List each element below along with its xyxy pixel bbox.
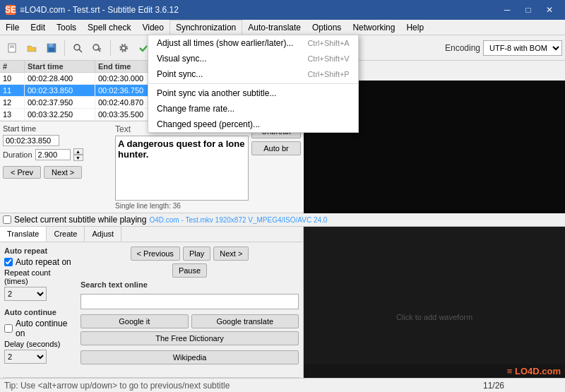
row-start: 00:02:37.950 bbox=[25, 97, 95, 108]
search-replace-button[interactable] bbox=[88, 39, 107, 57]
menu-networking[interactable]: Networking bbox=[347, 20, 400, 35]
next-button[interactable]: Next > bbox=[213, 247, 249, 261]
next-button[interactable]: Next > bbox=[44, 166, 82, 179]
pause-button[interactable]: Pause bbox=[172, 263, 207, 278]
toolbar-sep-1 bbox=[64, 40, 65, 56]
encoding-select[interactable]: UTF-8 with BOM bbox=[483, 40, 562, 56]
sync-adjust-all[interactable]: Adjust all times (show earlier/later)...… bbox=[148, 35, 358, 51]
bottom-left-col: Auto repeat Auto repeat on Repeat count … bbox=[4, 247, 75, 367]
menu-edit[interactable]: Edit bbox=[25, 20, 51, 35]
repeat-count-label: Repeat count (times) bbox=[4, 268, 75, 285]
svg-point-6 bbox=[74, 44, 80, 50]
auto-repeat-checkbox-label: Auto repeat on bbox=[16, 257, 71, 267]
auto-continue-checkbox-label: Auto continue on bbox=[16, 319, 75, 338]
search-online-input[interactable] bbox=[81, 294, 299, 309]
previous-button[interactable]: < Previous bbox=[131, 247, 180, 261]
prev-button[interactable]: < Prev bbox=[3, 166, 41, 179]
title-bar-left: SE ≡LO4D.com - Test.srt - Subtitle Edit … bbox=[6, 5, 179, 15]
save-icon bbox=[46, 42, 57, 54]
close-button[interactable]: ✕ bbox=[540, 3, 559, 17]
sync-change-frame-label: Change frame rate... bbox=[157, 104, 234, 114]
bottom-tabs: Translate Create Adjust bbox=[0, 227, 303, 242]
google-it-button[interactable]: Google it bbox=[81, 314, 189, 328]
sync-adjust-all-label: Adjust all times (show earlier/later)... bbox=[157, 38, 293, 48]
start-time-row: Start time bbox=[3, 124, 112, 133]
lo4d-watermark: ≡ LO4D.com bbox=[507, 366, 561, 376]
pause-row: Pause bbox=[81, 263, 299, 278]
window-controls: ─ □ ✕ bbox=[497, 3, 559, 17]
new-button[interactable] bbox=[3, 39, 21, 57]
bottom-right-col: < Previous Play Next > Pause Search text… bbox=[81, 247, 299, 367]
duration-input[interactable] bbox=[35, 149, 71, 160]
sync-changed-speed[interactable]: Changed speed (percent)... bbox=[148, 117, 358, 132]
play-button[interactable]: Play bbox=[183, 247, 210, 261]
menu-video[interactable]: Video bbox=[136, 20, 169, 35]
settings-button[interactable] bbox=[114, 39, 133, 57]
watermark-bar: ≡ LO4D.com bbox=[304, 364, 565, 378]
video-counter: 11/26 bbox=[483, 381, 504, 391]
sync-point-via[interactable]: Point sync via another subtitle... bbox=[148, 85, 358, 101]
save-button[interactable] bbox=[42, 39, 61, 57]
row-num: 13 bbox=[0, 109, 25, 120]
svg-point-10 bbox=[121, 46, 126, 50]
maximize-button[interactable]: □ bbox=[518, 3, 538, 17]
tab-translate[interactable]: Translate bbox=[0, 227, 47, 242]
start-time-input[interactable] bbox=[3, 135, 59, 146]
repeat-count-select[interactable]: 2 1 3 bbox=[4, 287, 47, 301]
start-time-label: Start time bbox=[3, 124, 36, 133]
spinner-down[interactable]: ▼ bbox=[73, 155, 83, 161]
search-replace-icon bbox=[92, 42, 103, 54]
duration-spinner: ▲ ▼ bbox=[73, 148, 83, 161]
edit-area: Start time Duration ▲ ▼ < Prev Next > bbox=[0, 121, 304, 213]
sync-point-label: Point sync... bbox=[157, 69, 203, 79]
menu-help[interactable]: Help bbox=[400, 20, 429, 35]
start-time-input-row bbox=[3, 135, 112, 146]
auto-br-button[interactable]: Auto br bbox=[251, 141, 301, 155]
menu-tools[interactable]: Tools bbox=[51, 20, 82, 35]
waveform-placeholder: Click to add waveform bbox=[396, 313, 472, 321]
tab-create[interactable]: Create bbox=[47, 227, 85, 242]
search-buttons: Google it Google translate bbox=[81, 314, 299, 328]
auto-repeat-checkbox[interactable] bbox=[4, 258, 13, 266]
svg-point-8 bbox=[93, 44, 99, 50]
subtitle-text-input[interactable]: A dangerous quest for a lone hunter. bbox=[115, 136, 249, 201]
menu-file[interactable]: File bbox=[0, 20, 25, 35]
auto-continue-checkbox[interactable] bbox=[4, 324, 13, 333]
menu-options[interactable]: Options bbox=[307, 20, 347, 35]
wikipedia-button[interactable]: Wikipedia bbox=[81, 350, 299, 364]
auto-continue-label: Auto continue bbox=[4, 308, 75, 316]
sync-point[interactable]: Point sync... Ctrl+Shift+P bbox=[148, 66, 358, 82]
edit-timing: Start time Duration ▲ ▼ < Prev Next > bbox=[3, 124, 112, 210]
subtitle-select-checkbox[interactable] bbox=[3, 215, 11, 224]
delay-select[interactable]: 2 1 3 bbox=[4, 350, 47, 364]
menu-synchronization[interactable]: Synchronization bbox=[170, 20, 242, 35]
sync-point-via-label: Point sync via another subtitle... bbox=[157, 88, 276, 98]
free-dictionary-button[interactable]: The Free Dictionary bbox=[81, 331, 299, 345]
search-online-label: Search text online bbox=[81, 280, 299, 289]
sync-changed-speed-label: Changed speed (percent)... bbox=[157, 119, 260, 129]
bottom-content: Auto repeat Auto repeat on Repeat count … bbox=[0, 242, 303, 371]
menu-autotranslate[interactable]: Auto-translate bbox=[242, 20, 307, 35]
sync-adjust-all-shortcut: Ctrl+Shift+A bbox=[307, 39, 349, 47]
duration-row: Duration ▲ ▼ bbox=[3, 148, 112, 161]
nav-buttons: < Prev Next > bbox=[3, 166, 112, 179]
subtitle-select-row: Select current subtitle while playing O4… bbox=[0, 213, 565, 227]
sync-point-shortcut: Ctrl+Shift+P bbox=[307, 70, 349, 78]
sync-divider-1 bbox=[148, 83, 358, 84]
open-icon bbox=[26, 42, 37, 54]
minimize-button[interactable]: ─ bbox=[497, 3, 517, 17]
app-icon: SE bbox=[6, 5, 16, 15]
menu-spellcheck[interactable]: Spell check bbox=[82, 20, 136, 35]
sync-visual[interactable]: Visual sync... Ctrl+Shift+V bbox=[148, 51, 358, 66]
sync-change-frame[interactable]: Change frame rate... bbox=[148, 101, 358, 117]
window-title: ≡LO4D.com - Test.srt - Subtitle Edit 3.6… bbox=[20, 5, 179, 15]
spinner-up[interactable]: ▲ bbox=[73, 148, 83, 155]
toolbar-right: Encoding UTF-8 with BOM bbox=[445, 40, 562, 56]
search-button[interactable] bbox=[69, 39, 87, 57]
duration-label: Duration bbox=[3, 150, 32, 159]
open-button[interactable] bbox=[23, 39, 41, 57]
svg-rect-4 bbox=[49, 44, 53, 47]
single-line-info: Single line length: 36 bbox=[115, 202, 249, 210]
tab-adjust[interactable]: Adjust bbox=[85, 227, 121, 242]
google-translate-button[interactable]: Google translate bbox=[191, 314, 299, 328]
